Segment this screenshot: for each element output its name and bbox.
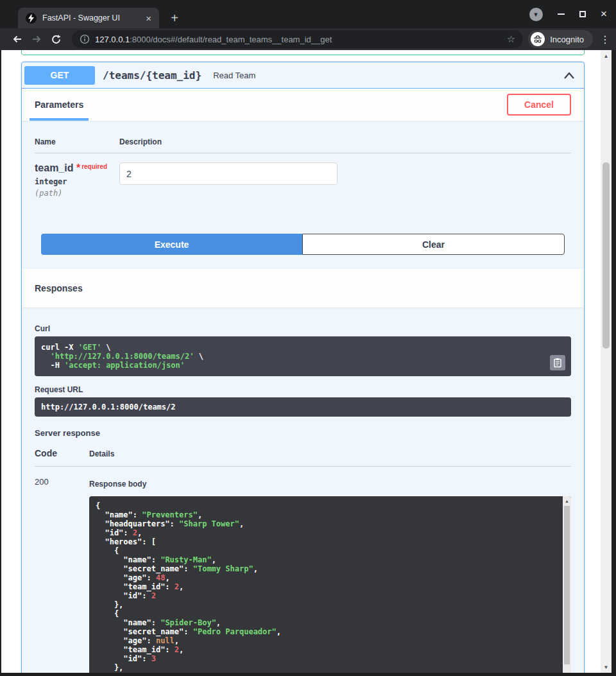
parameters-table-header: Name Description — [35, 137, 571, 153]
parameter-row: team_id *required integer (path) — [35, 153, 571, 198]
tab-parameters[interactable]: Parameters — [35, 89, 83, 121]
curl-command-text: curl -X 'GET' \ 'http://127.0.0.1:8000/t… — [41, 343, 565, 370]
response-body-label: Response body — [89, 480, 571, 489]
team-id-input[interactable] — [119, 162, 338, 185]
incognito-badge: Incognito — [528, 30, 593, 48]
parameter-value-cell — [119, 162, 571, 198]
response-scrollbar[interactable]: ▲ — [563, 496, 571, 676]
bookmark-star-icon[interactable]: ☆ — [506, 33, 517, 45]
previous-opblock-partial — [21, 50, 585, 55]
browser-tab[interactable]: FastAPI - Swagger UI × — [18, 8, 159, 28]
caret-down-icon: ▾ — [529, 8, 543, 21]
server-response-label: Server response — [35, 428, 571, 438]
parameter-type: integer — [35, 177, 119, 186]
execute-button[interactable]: Execute — [41, 234, 302, 255]
tab-strip: FastAPI - Swagger UI × + ▾ × — [0, 0, 616, 28]
request-url-label: Request URL — [35, 385, 571, 394]
forward-button[interactable] — [27, 30, 46, 48]
required-label: required — [81, 163, 107, 170]
url-bar[interactable]: 127.0.0.1:8000/docs#/default/read_team_t… — [72, 30, 523, 48]
parameter-name-cell: team_id *required integer (path) — [35, 162, 119, 198]
window-edge-right — [612, 50, 616, 676]
responses-body: Curl curl -X 'GET' \ 'http://127.0.0.1:8… — [22, 308, 584, 676]
response-body-json: { "name": "Preventers", "headquarters": … — [96, 501, 554, 676]
column-code: Code — [35, 448, 89, 458]
fastapi-favicon-icon — [26, 13, 37, 24]
browser-toolbar: 127.0.0.1:8000/docs#/default/read_team_t… — [0, 28, 616, 50]
clipboard-icon — [553, 358, 562, 368]
back-button[interactable] — [8, 30, 27, 48]
tab-search-button[interactable]: ▾ — [527, 0, 544, 28]
url-path: :8000/docs#/default/read_team_teams__tea… — [130, 35, 332, 44]
maximize-button[interactable] — [575, 0, 590, 28]
tab-close-icon[interactable]: × — [143, 13, 154, 24]
window-edge-left — [0, 50, 1, 676]
reload-button[interactable] — [46, 30, 65, 48]
new-tab-button[interactable]: + — [166, 9, 184, 27]
page-scrollbar[interactable]: ▲ ▼ — [601, 50, 612, 673]
back-arrow-icon — [12, 33, 23, 45]
parameter-name: team_id *required — [35, 162, 119, 174]
column-name: Name — [35, 137, 119, 146]
url-host: 127.0.0.1 — [95, 35, 130, 44]
opblock-summary[interactable]: GET /teams/{team_id} Read Team — [22, 62, 584, 89]
window-edge-bottom — [0, 673, 616, 676]
browser-menu-button[interactable]: ⋮ — [597, 33, 613, 46]
parameters-body: Name Description team_id *required integ… — [22, 121, 584, 255]
response-scrollbar-thumb[interactable] — [564, 506, 570, 664]
forward-arrow-icon — [31, 33, 42, 45]
minimize-icon — [558, 13, 565, 15]
response-table-header: Code Details — [35, 448, 571, 467]
curl-label: Curl — [35, 324, 571, 333]
scroll-up-icon[interactable]: ▲ — [563, 496, 571, 505]
tab-title: FastAPI - Swagger UI — [42, 13, 143, 22]
copy-to-clipboard-button[interactable] — [550, 355, 565, 370]
url-text: 127.0.0.1:8000/docs#/default/read_team_t… — [95, 35, 506, 44]
method-badge: GET — [24, 66, 95, 85]
page-scrollbar-thumb[interactable] — [603, 162, 610, 349]
clear-button[interactable]: Clear — [302, 234, 565, 255]
page-scroll-up-icon[interactable]: ▲ — [601, 51, 612, 60]
parameter-location: (path) — [35, 189, 119, 198]
opblock-get-teams: GET /teams/{team_id} Read Team Parameter… — [21, 62, 585, 676]
execute-clear-group: Execute Clear — [41, 234, 565, 255]
parameters-tab-label: Parameters — [35, 100, 83, 110]
cancel-button[interactable]: Cancel — [507, 94, 571, 116]
request-url-value: http://127.0.0.1:8000/teams/2 — [41, 403, 565, 412]
window-close-button[interactable]: × — [595, 0, 612, 28]
required-asterisk: * — [76, 162, 80, 173]
responses-title: Responses — [35, 283, 83, 293]
status-code: 200 — [35, 477, 89, 676]
page-scroll-down-icon[interactable]: ▼ — [601, 663, 612, 672]
chevron-up-icon — [563, 72, 575, 79]
column-description: Description — [119, 137, 571, 146]
info-icon — [80, 34, 90, 44]
endpoint-path: /teams/{team_id} — [103, 69, 201, 82]
responses-header: Responses — [22, 269, 584, 308]
column-details: Details — [89, 449, 571, 458]
swagger-page: GET /teams/{team_id} Read Team Parameter… — [0, 50, 616, 676]
collapse-button[interactable] — [563, 72, 575, 79]
reload-icon — [51, 34, 62, 45]
incognito-label: Incognito — [550, 35, 584, 44]
request-url-block: http://127.0.0.1:8000/teams/2 — [35, 397, 571, 417]
response-row: 200 Response body { "name": "Preventers"… — [35, 467, 571, 676]
response-details-cell: Response body { "name": "Preventers", "h… — [89, 477, 571, 676]
curl-command-block: curl -X 'GET' \ 'http://127.0.0.1:8000/t… — [35, 336, 571, 376]
endpoint-summary: Read Team — [213, 71, 255, 80]
incognito-icon — [531, 32, 545, 46]
browser-window: FastAPI - Swagger UI × + ▾ × — [0, 0, 616, 676]
maximize-icon — [579, 11, 586, 17]
parameters-header: Parameters Cancel — [22, 89, 584, 121]
minimize-button[interactable] — [553, 0, 569, 28]
response-body-block: { "name": "Preventers", "headquarters": … — [89, 496, 571, 676]
